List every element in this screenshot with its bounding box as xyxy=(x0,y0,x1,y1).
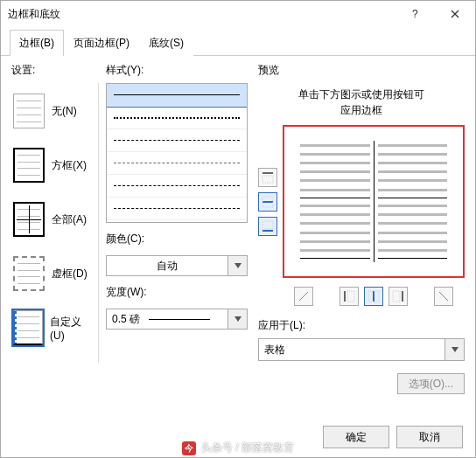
width-combo[interactable]: 0.5 磅 xyxy=(106,309,248,330)
width-value: 0.5 磅 xyxy=(106,309,228,330)
settings-label: 设置: xyxy=(11,63,99,78)
titlebar: 边框和底纹 ? xyxy=(1,1,475,27)
svg-marker-4 xyxy=(234,316,242,322)
style-label: 样式(Y): xyxy=(106,63,248,78)
svg-rect-13 xyxy=(347,291,354,302)
border-diag2-button[interactable] xyxy=(434,287,453,306)
watermark-icon: 今 xyxy=(182,441,196,455)
apply-combo[interactable]: 表格 xyxy=(258,338,465,361)
svg-rect-14 xyxy=(373,291,374,302)
setting-none-icon xyxy=(13,94,45,128)
cancel-button[interactable]: 取消 xyxy=(396,426,463,448)
style-row[interactable] xyxy=(107,198,247,220)
options-button[interactable]: 选项(O)... xyxy=(397,373,465,394)
color-value: 自动 xyxy=(106,255,228,276)
preview-hint: 单击下方图示或使用按钮可 应用边框 xyxy=(258,87,465,118)
setting-custom[interactable]: 自定义(U) xyxy=(11,309,94,347)
help-button[interactable]: ? xyxy=(395,1,435,27)
settings-list: 无(N) 方框(X) 全部(A) xyxy=(11,83,99,363)
window-title: 边框和底纹 xyxy=(8,7,395,22)
svg-marker-19 xyxy=(452,347,458,352)
width-dropdown-button[interactable] xyxy=(228,309,248,330)
setting-grid[interactable]: 虚框(D) xyxy=(11,254,94,293)
preview-side-buttons xyxy=(258,125,277,278)
setting-grid-icon xyxy=(13,256,45,291)
svg-rect-9 xyxy=(262,230,273,232)
tab-shading[interactable]: 底纹(S) xyxy=(139,30,193,56)
preview-bottom-buttons xyxy=(283,287,465,306)
style-row[interactable] xyxy=(107,84,247,107)
svg-marker-3 xyxy=(234,263,242,268)
style-list[interactable] xyxy=(106,83,248,223)
tab-border[interactable]: 边框(B) xyxy=(10,30,64,56)
width-label: 宽度(W): xyxy=(106,285,248,300)
ok-button[interactable]: 确定 xyxy=(323,426,389,448)
border-top-button[interactable] xyxy=(258,168,277,187)
border-left-button[interactable] xyxy=(340,287,359,306)
svg-rect-5 xyxy=(262,172,273,174)
svg-line-18 xyxy=(439,292,448,301)
preview-box[interactable] xyxy=(283,125,465,278)
setting-custom-icon xyxy=(13,310,43,345)
apply-dropdown-button[interactable] xyxy=(445,338,465,361)
width-sample-icon xyxy=(149,319,210,320)
preview-label: 预览 xyxy=(258,63,465,78)
svg-rect-7 xyxy=(262,201,273,203)
svg-rect-10 xyxy=(262,221,273,229)
color-dropdown-button[interactable] xyxy=(228,255,248,276)
close-button[interactable] xyxy=(435,1,475,27)
apply-value: 表格 xyxy=(258,338,445,361)
tab-strip: 边框(B) 页面边框(P) 底纹(S) xyxy=(1,29,475,56)
color-combo[interactable]: 自动 xyxy=(106,255,248,276)
style-row[interactable] xyxy=(107,175,247,198)
dialog-footer: 确定 取消 xyxy=(323,426,463,448)
setting-box-icon xyxy=(13,148,45,183)
apply-label: 应用于(L): xyxy=(258,318,465,333)
svg-text:?: ? xyxy=(412,10,418,18)
border-diag-button[interactable] xyxy=(294,287,313,306)
style-row[interactable] xyxy=(107,152,247,175)
svg-rect-17 xyxy=(393,291,400,302)
border-bottom-button[interactable] xyxy=(258,217,277,236)
watermark: 今 头条号 / 部落窝教育 xyxy=(182,441,294,455)
svg-rect-12 xyxy=(344,291,346,302)
style-row[interactable] xyxy=(107,107,247,129)
svg-rect-16 xyxy=(402,291,403,302)
border-hmiddle-button[interactable] xyxy=(258,192,277,212)
svg-rect-6 xyxy=(262,176,273,183)
border-right-button[interactable] xyxy=(388,287,408,306)
border-vmiddle-button[interactable] xyxy=(364,287,383,306)
dialog-window: 边框和底纹 ? 边框(B) 页面边框(P) 底纹(S) 设置: 无(N) xyxy=(0,0,476,458)
style-row[interactable] xyxy=(107,129,247,152)
setting-all-icon xyxy=(13,202,45,237)
setting-box[interactable]: 方框(X) xyxy=(11,146,94,184)
setting-none[interactable]: 无(N) xyxy=(11,92,94,130)
tab-page-border[interactable]: 页面边框(P) xyxy=(64,30,139,56)
color-label: 颜色(C): xyxy=(106,232,248,246)
setting-all[interactable]: 全部(A) xyxy=(11,200,94,239)
svg-line-11 xyxy=(299,292,308,301)
